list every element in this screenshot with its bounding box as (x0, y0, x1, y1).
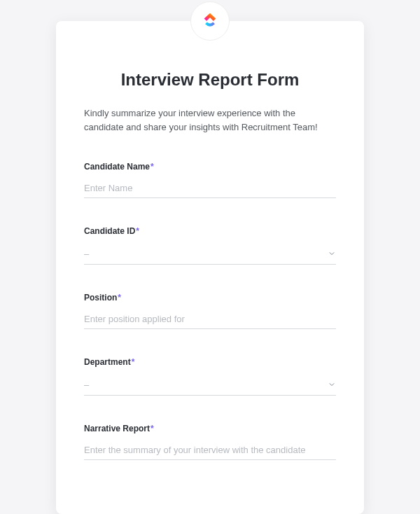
field-position: Position* (84, 293, 336, 329)
label-text: Narrative Report (84, 424, 150, 433)
caret-down-icon (329, 252, 335, 256)
label-text: Position (84, 293, 117, 303)
form-title: Interview Report Form (84, 70, 336, 90)
candidate-name-input[interactable] (84, 179, 336, 198)
label-text: Candidate ID (84, 226, 135, 236)
candidate-name-label: Candidate Name* (84, 162, 336, 172)
narrative-report-label: Narrative Report* (84, 424, 336, 433)
form-card: Interview Report Form Kindly summarize y… (56, 21, 364, 514)
required-mark: * (132, 357, 135, 367)
field-department: Department* – (84, 357, 336, 396)
required-mark: * (150, 162, 154, 172)
position-label: Position* (84, 293, 336, 303)
select-value: – (84, 380, 89, 390)
form-description: Kindly summarize your interview experien… (84, 106, 336, 134)
required-mark: * (118, 293, 121, 303)
logo-circle (190, 1, 230, 41)
position-input[interactable] (84, 310, 336, 329)
candidate-id-select[interactable]: – (84, 243, 336, 265)
narrative-report-input[interactable] (84, 440, 336, 460)
label-text: Department (84, 357, 131, 367)
department-select[interactable]: – (84, 374, 336, 396)
label-text: Candidate Name (84, 162, 150, 172)
field-candidate-name: Candidate Name* (84, 162, 336, 198)
field-narrative-report: Narrative Report* (84, 424, 336, 460)
required-mark: * (136, 226, 139, 236)
required-mark: * (150, 424, 154, 433)
select-value: – (84, 249, 89, 259)
candidate-id-label: Candidate ID* (84, 226, 336, 236)
department-label: Department* (84, 357, 336, 367)
field-candidate-id: Candidate ID* – (84, 226, 336, 265)
caret-down-icon (329, 383, 335, 387)
clickup-logo-icon (200, 11, 220, 31)
